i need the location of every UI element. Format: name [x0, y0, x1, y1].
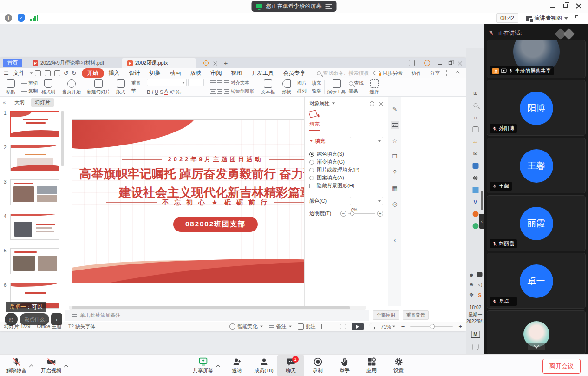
redo-icon[interactable]: ↻: [72, 70, 77, 77]
systray-volume-icon[interactable]: ◁: [476, 281, 484, 289]
fill-option-pattern[interactable]: 图案填充(A): [309, 174, 383, 181]
share-options-chevron[interactable]: [216, 365, 221, 369]
wps-account-icon[interactable]: [424, 60, 430, 66]
cortana-icon[interactable]: ○: [471, 113, 479, 121]
ribbon-tab-animation[interactable]: 动画: [165, 69, 186, 77]
systray-qq-icon[interactable]: [476, 270, 484, 278]
systray-network-icon[interactable]: ⊕: [468, 281, 476, 289]
comments-button[interactable]: 批注: [298, 323, 316, 330]
participant-tile[interactable]: 丽霞 刘丽霞: [487, 195, 586, 251]
strike-button[interactable]: S: [160, 89, 163, 95]
video-options-chevron[interactable]: [64, 365, 69, 369]
collapse-ribbon-icon[interactable]: [456, 71, 460, 75]
m-app-icon[interactable]: M: [471, 331, 480, 338]
align-center-icon[interactable]: [217, 89, 222, 94]
fill-option-picture[interactable]: 图片或纹理填充(P): [309, 166, 383, 173]
fill-button[interactable]: 填充: [312, 80, 321, 86]
tab-close-icon[interactable]: [213, 61, 217, 65]
image-button[interactable]: 图片: [297, 80, 307, 86]
ribbon-tab-view[interactable]: 视图: [227, 69, 247, 77]
fullscreen-icon[interactable]: [575, 15, 581, 21]
zoom-slider[interactable]: [410, 326, 453, 327]
arrange-button[interactable]: 排列: [297, 88, 307, 94]
pin-panel-icon[interactable]: [369, 100, 375, 106]
color-dropdown[interactable]: [350, 197, 383, 205]
transparency-minus-button[interactable]: −: [340, 211, 346, 217]
info-icon[interactable]: i: [5, 14, 12, 22]
action-center-icon[interactable]: [471, 343, 479, 351]
menu-file[interactable]: 文件: [9, 69, 29, 77]
beautify-button[interactable]: 智能美化: [229, 323, 263, 330]
transparency-slider[interactable]: 0%: [348, 213, 375, 214]
chat-input[interactable]: 说点什么...: [20, 313, 49, 325]
emoji-button[interactable]: ☺: [5, 313, 18, 326]
object-properties-icon[interactable]: [391, 121, 399, 129]
fill-type-dropdown[interactable]: [350, 137, 383, 145]
fill-tab[interactable]: 填充: [309, 121, 383, 131]
sogou-input-icon[interactable]: S: [476, 291, 484, 299]
tab-outline[interactable]: 大纲: [11, 98, 28, 107]
favorites-icon[interactable]: ☆: [391, 137, 399, 145]
preview-icon[interactable]: [54, 70, 60, 76]
find-button[interactable]: 查找: [349, 80, 364, 86]
sorter-view-icon[interactable]: [331, 324, 337, 329]
network-signal-icon[interactable]: [30, 15, 38, 21]
copy-button[interactable]: 复制: [21, 88, 38, 94]
selection-pane-icon[interactable]: ◎: [391, 200, 399, 208]
wps-app-icon[interactable]: V: [471, 198, 479, 206]
bullet-list-icon[interactable]: [210, 80, 216, 86]
italic-button[interactable]: I: [152, 89, 153, 95]
ribbon-tab-devtools[interactable]: 开发工具: [247, 69, 279, 77]
close-button[interactable]: [576, 3, 581, 8]
font-size-select[interactable]: [188, 79, 204, 86]
reset-button[interactable]: 重置: [131, 80, 141, 86]
cut-button[interactable]: 剪切: [21, 80, 38, 86]
share-screen-button[interactable]: 共享屏幕: [189, 355, 216, 376]
ribbon-tab-design[interactable]: 设计: [124, 69, 145, 77]
minimize-button[interactable]: [550, 7, 555, 8]
sync-status-icon[interactable]: [373, 71, 381, 75]
sidebar-resize-handle[interactable]: [481, 191, 483, 210]
underline-button[interactable]: U: [155, 89, 158, 95]
layers-icon[interactable]: ❐: [391, 152, 399, 161]
strip-collapse-icon[interactable]: ‹: [391, 236, 399, 244]
restore-button[interactable]: [563, 4, 568, 8]
panel-caret-icon[interactable]: [332, 103, 335, 105]
missing-font-warning[interactable]: T? 缺失字体: [68, 323, 96, 330]
sidebar-collapse-tab[interactable]: ‹: [479, 214, 484, 229]
ribbon-tab-slideshow[interactable]: 放映: [186, 69, 206, 77]
participant-tile[interactable]: 阳博 孙阳博: [487, 80, 586, 136]
members-button[interactable]: 成员(18): [250, 355, 277, 376]
slider-thumb[interactable]: [350, 211, 354, 216]
ribbon-tab-insert[interactable]: 插入: [104, 69, 124, 77]
help-icon[interactable]: ?: [391, 168, 399, 177]
font-color-button[interactable]: A: [164, 88, 168, 95]
start-video-button[interactable]: 开启视频: [38, 355, 65, 376]
start-button-icon[interactable]: ⊞: [471, 89, 479, 97]
mail-icon[interactable]: ✉: [471, 150, 479, 158]
firefox-icon[interactable]: [471, 210, 479, 218]
align-text-button[interactable]: 对齐文本: [231, 79, 249, 86]
close-panel-icon[interactable]: [379, 101, 383, 106]
print-icon[interactable]: [45, 70, 51, 76]
unmute-button[interactable]: 解除静音: [3, 355, 30, 376]
new-tab-icon[interactable]: +: [224, 59, 228, 67]
normal-view-icon[interactable]: [321, 324, 327, 329]
select-button[interactable]: 选择: [366, 79, 382, 95]
tab-slides[interactable]: 幻灯片: [31, 98, 54, 107]
ribbon-tab-review[interactable]: 审阅: [206, 69, 227, 77]
tab-warning-icon[interactable]: !: [203, 60, 209, 66]
settings-gear-icon[interactable]: [471, 174, 479, 182]
slideshow-play-button[interactable]: [352, 323, 364, 330]
taskbar-clock-time[interactable]: 18:02: [466, 304, 484, 311]
reading-view-icon[interactable]: [340, 324, 346, 329]
zoom-out-button[interactable]: −: [401, 323, 405, 330]
wps-close-icon[interactable]: [458, 61, 462, 65]
reset-background-button[interactable]: 重置背景: [403, 310, 429, 320]
number-list-icon[interactable]: [217, 80, 222, 86]
settings-button[interactable]: 设置: [385, 355, 412, 376]
wps-restore-icon[interactable]: [449, 61, 452, 65]
view-mode-selector[interactable]: 演讲者视图: [526, 14, 568, 22]
systray-expand-icon[interactable]: [471, 258, 479, 266]
layout-button[interactable]: 版式: [113, 79, 129, 95]
